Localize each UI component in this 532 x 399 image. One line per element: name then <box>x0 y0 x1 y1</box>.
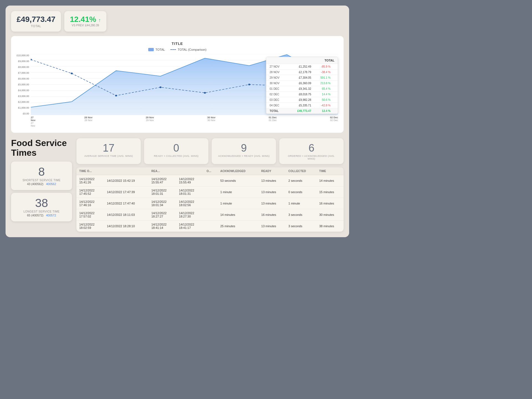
avg-service-lbl: AVERAGE SERVICE TIME (AVG. MINS) <box>81 155 136 157</box>
td-time: 15 minutes <box>316 186 344 198</box>
td-col1: 14/12/202217:45:52 <box>76 186 104 198</box>
td-col4: 14/12/202218:41:17 <box>176 221 204 232</box>
tooltip-row-total: TOTAL £49,773.47 12.4 % <box>266 108 338 114</box>
shortest-label: SHORTEST SERVICE TIME <box>16 179 68 182</box>
td-col3: 14/12/202218:41:14 <box>149 221 176 232</box>
shortest-order-link[interactable]: 400562 <box>46 182 56 186</box>
x-axis: 27 Nov 27 Nov 28 Nov 28 Nov 29 Nov 29 No… <box>31 116 338 127</box>
td-o <box>204 198 218 209</box>
th-col4 <box>176 167 204 175</box>
svg-point-13 <box>71 73 73 74</box>
td-col1: 14/12/202217:46:16 <box>76 198 104 209</box>
table-row: 14/12/202218:02:59 14/12/2022 18:28:10 1… <box>76 221 344 232</box>
tooltip-row-29nov: 29 NOV £7,304.05 501.1 % <box>266 75 338 81</box>
ordered-ack-metric: 6 ORDERED > ACKNOWLEDGED (AVG. MINS) <box>279 138 344 164</box>
longest-label: LONGEST SERVICE TIME <box>16 210 68 213</box>
th-time: TIME <box>316 167 344 175</box>
tooltip-row-04dec: 04 DEC £5,335.71 -42.8 % <box>266 103 338 108</box>
ack-ready-lbl: ACKNOWLEDGED > READY (AVG. MINS) <box>216 155 272 157</box>
total-label: TOTAL <box>17 24 55 28</box>
food-service-title: Food Service Times <box>11 138 72 158</box>
ordered-ack-num: 6 <box>284 142 339 154</box>
tooltip-row-02dec: 02 DEC £8,018.75 14.4 % <box>266 92 338 97</box>
chart-plot-area: 27 Nov 27 Nov 28 Nov 28 Nov 29 Nov 29 No… <box>31 54 338 127</box>
chart-title: TITLE <box>17 42 338 46</box>
th-ready-col: READY <box>259 167 286 175</box>
th-ready: REA... <box>149 167 176 175</box>
td-col1: 14/12/202217:57:02 <box>76 209 104 221</box>
x-label-30nov: 30 Nov 30 Nov <box>207 116 216 127</box>
td-col3: 14/12/202218:27:27 <box>149 209 176 221</box>
tooltip-row-30nov: 30 NOV £6,360.09 213.8 % <box>266 81 338 86</box>
right-section: 17 AVERAGE SERVICE TIME (AVG. MINS) 0 RE… <box>76 138 344 232</box>
vs-prev-label: VS PREV: £44,280.39 <box>70 24 101 27</box>
table-row: 14/12/202215:41:26 14/12/2022 15:42:19 1… <box>76 175 344 186</box>
table-header-row: TIME O... REA... O... ACKNOWLEDGED READY… <box>76 167 344 175</box>
tooltip-row-28nov: 28 NOV £2,178.79 -38.4 % <box>266 70 338 75</box>
shortest-order-ref: 43 (400562) 400562 <box>16 182 68 186</box>
legend-comparison-dash <box>170 49 176 50</box>
td-collected: 3 seconds <box>286 221 316 232</box>
td-time: 30 minutes <box>316 209 344 221</box>
td-o <box>204 221 218 232</box>
tooltip-header: TOTAL <box>266 57 338 64</box>
td-time: 16 minutes <box>316 198 344 209</box>
shortest-service-card: 8 SHORTEST SERVICE TIME 43 (400562) 4005… <box>11 162 72 190</box>
td-o <box>204 209 218 221</box>
td-col1: 14/12/202215:41:26 <box>76 175 104 186</box>
x-label-28nov: 28 Nov 28 Nov <box>84 116 93 127</box>
td-ready: 13 minutes <box>259 175 286 186</box>
table-row: 14/12/202217:46:16 14/12/2022 17:47:40 1… <box>76 198 344 209</box>
td-col3: 14/12/202218:01:34 <box>149 198 176 209</box>
service-times-table: TIME O... REA... O... ACKNOWLEDGED READY… <box>76 167 344 232</box>
longest-order-ref: 65 (400572) 400572 <box>16 214 68 217</box>
longest-service-card: 38 LONGEST SERVICE TIME 65 (400572) 4005… <box>11 193 72 221</box>
ready-collected-metric: 0 READY > COLLECTED (AVG. MINS) <box>144 138 208 164</box>
td-ready: 13 minutes <box>259 186 286 198</box>
left-panel: Food Service Times 8 SHORTEST SERVICE TI… <box>11 138 72 232</box>
td-time: 38 minutes <box>316 221 344 232</box>
td-time: 14 minutes <box>316 175 344 186</box>
td-ack: 25 minutes <box>218 221 259 232</box>
td-ack: 14 minutes <box>218 209 259 221</box>
tooltip-row-03dec: 03 DEC £9,982.28 50.6 % <box>266 97 338 103</box>
total-stat-card: £49,773.47 TOTAL <box>11 11 61 32</box>
td-col2: 14/12/2022 18:11:03 <box>104 209 149 221</box>
chart-legend: TOTAL TOTAL (Comparison) <box>17 48 338 51</box>
th-col2 <box>104 167 149 175</box>
avg-service-metric: 17 AVERAGE SERVICE TIME (AVG. MINS) <box>76 138 141 164</box>
longest-order-link[interactable]: 400572 <box>46 214 56 217</box>
avg-service-num: 17 <box>81 142 136 154</box>
legend-total-box <box>148 48 154 51</box>
ready-collected-num: 0 <box>149 142 204 154</box>
data-table-wrap: TIME O... REA... O... ACKNOWLEDGED READY… <box>76 167 344 232</box>
chart-container: TITLE TOTAL TOTAL (Comparison) £10,000.0… <box>11 36 344 133</box>
chart-tooltip: TOTAL 27 NOV £1,252.49 -85.9 % 28 NOV £2… <box>266 57 338 114</box>
main-container: £49,773.47 TOTAL 12.41% ↑ VS PREV: £44,2… <box>6 6 349 237</box>
th-time-ordered: TIME O... <box>76 167 104 175</box>
td-col4: 14/12/202215:55:49 <box>176 175 204 186</box>
td-col2: 14/12/2022 15:42:19 <box>104 175 149 186</box>
td-ack: 53 seconds <box>218 175 259 186</box>
td-collected: 1 minute <box>286 198 316 209</box>
td-collected: 0 seconds <box>286 186 316 198</box>
shortest-number: 8 <box>16 166 68 178</box>
td-ready: 16 minutes <box>259 209 286 221</box>
pct-stat-card: 12.41% ↑ VS PREV: £44,280.39 <box>64 11 106 32</box>
x-label-02dec: 02 Dec 02 Dec <box>330 116 338 127</box>
svg-point-16 <box>204 92 206 94</box>
ordered-ack-lbl: ORDERED > ACKNOWLEDGED (AVG. MINS) <box>284 155 339 160</box>
td-o <box>204 186 218 198</box>
table-row: 14/12/202217:57:02 14/12/2022 18:11:03 1… <box>76 209 344 221</box>
y-axis: £10,000.00 £9,000.00 £8,000.00 £7,000.00… <box>17 54 31 115</box>
td-col3: 14/12/202218:01:31 <box>149 186 176 198</box>
td-collected: 3 seconds <box>286 209 316 221</box>
tooltip-row-01dec: 01 DEC £9,341.32 65.4 % <box>266 86 338 92</box>
total-value: £49,773.47 <box>17 15 55 24</box>
legend-total: TOTAL <box>148 48 165 51</box>
bottom-section: Food Service Times 8 SHORTEST SERVICE TI… <box>11 138 344 232</box>
td-col2: 14/12/2022 18:28:10 <box>104 221 149 232</box>
th-collected: COLLECTED <box>286 167 316 175</box>
legend-comparison: TOTAL (Comparison) <box>170 48 206 51</box>
svg-point-17 <box>248 84 250 85</box>
